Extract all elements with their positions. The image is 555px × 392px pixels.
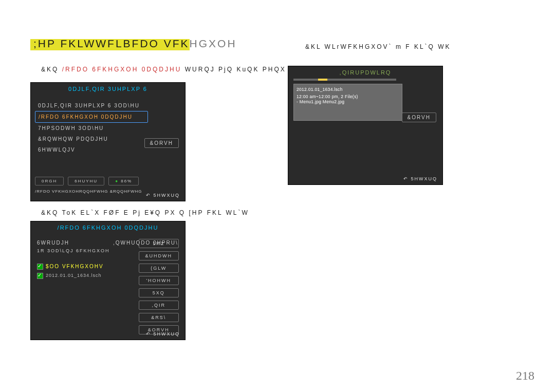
info-file: 2012.01.01_1634.lsch: [297, 87, 399, 92]
page-heading: ;HP FKLWWFLBFDO VFKHGXOH: [33, 38, 237, 50]
schedule-file-row[interactable]: 2012.01.01_1634.lsch: [37, 273, 102, 279]
btn-run[interactable]: 5XQ: [139, 288, 179, 297]
sub1-mid: WURQJ PjQ KuQK PHQX: [185, 66, 289, 73]
menu-item-template[interactable]: 7HPSODWH 3OD\HU: [35, 123, 148, 134]
page-number: 218: [516, 369, 534, 383]
all-schedules[interactable]: $OO VFKHGXOHV: [37, 264, 104, 270]
panel2-title: /RFDO 6FKHGXOH 0DQDJHU: [31, 221, 185, 234]
panel2-return[interactable]: 5HWXUQ: [146, 331, 180, 337]
panel1-status-row: 0RGH 6HUYHU ● 86%: [35, 177, 139, 185]
info-box: 2012.01.01_1634.lsch 12:00 am~12:00 pm, …: [293, 84, 402, 121]
status-mode: 0RGH: [35, 177, 64, 185]
file-checkbox[interactable]: [37, 273, 43, 279]
info-line2: 12:00 am~12:00 pm, 2 File(s): [297, 94, 399, 99]
storage-label: 6WRUDJH: [37, 240, 69, 246]
menu-item-settings[interactable]: 6HWWLQJV: [35, 144, 148, 155]
panel3-title: ,QIRUPDWLRQ: [288, 66, 442, 79]
info-scroll-track: [293, 79, 396, 81]
panel-magicinfo-menu: 0DJLF,QIR 3UHPLXP 6 0DJLF,QIR 3UHPLXP 6 …: [30, 82, 186, 201]
panel1-title: 0DJLF,QIR 3UHPLXP 6: [31, 83, 185, 95]
panel1-status-row2: /RFDO VFKHGXOHRQQHFWHG &RQQHFWHG: [35, 189, 142, 194]
all-schedules-checkbox[interactable]: [37, 264, 43, 270]
panel-local-schedule-manager: /RFDO 6FKHGXOH 0DQDJHU 6WRUDJH ,QWHUQDO …: [30, 221, 186, 340]
panel1-return[interactable]: 5HWXUQ: [146, 193, 180, 198]
status-usb: ● 86%: [108, 177, 139, 185]
panel3-close-button[interactable]: &ORVH: [402, 113, 436, 122]
btn-create[interactable]: &UHDWH: [139, 251, 179, 260]
panel2-buttons: 1HZ &UHDWH (GLW 'HOHWH 5XQ ,QIR &RS\ &OR…: [139, 239, 179, 334]
mid-caption: &KQ ToK EL`X FØF E Pj E¥Q PX Q [HP FKL W…: [41, 209, 249, 216]
menu-item-player[interactable]: 0DJLF,QIR 3UHPLXP 6 3OD\HU: [35, 100, 148, 111]
btn-edit[interactable]: (GLW: [139, 264, 179, 273]
sub1-red1: /RFDO 6FKHGXOH 0DQDJHU: [62, 66, 182, 73]
status-server: 6HUYHU: [68, 177, 104, 185]
panel1-close-button[interactable]: &ORVH: [144, 138, 179, 148]
btn-info[interactable]: ,QIR: [139, 301, 179, 310]
right-note: &KL WLrWFKHGXOV` m F KL`Q WK: [305, 43, 451, 50]
no-playing-schedule: 1R 3OD\LQJ 6FKHGXOH: [37, 248, 110, 253]
panel3-return[interactable]: 5HWXUQ: [403, 176, 437, 181]
menu-item-content-manager[interactable]: &RQWHQW PDQDJHU: [35, 134, 148, 144]
panel-information: ,QIRUPDWLRQ 2012.01.01_1634.lsch 12:00 a…: [288, 66, 443, 185]
info-scroll-thumb[interactable]: [318, 79, 327, 81]
btn-copy[interactable]: &RS\: [139, 313, 179, 322]
info-line3: - Menu1.jpg Menu2.jpg: [297, 99, 399, 104]
menu-item-local-schedule[interactable]: /RFDO 6FKHGXOH 0DQDJHU: [35, 111, 148, 123]
heading-tail: HGXOH: [190, 38, 237, 49]
btn-new[interactable]: 1HZ: [139, 239, 179, 248]
subline-1: &KQ /RFDO 6FKHGXOH 0DQDJHU WURQJ PjQ KuQ…: [41, 66, 300, 73]
btn-delete[interactable]: 'HOHWH: [139, 276, 179, 285]
heading-main: ;HP FKLWWFLBFDO VFK: [33, 38, 190, 49]
sub1-lead: &KQ: [41, 66, 59, 73]
